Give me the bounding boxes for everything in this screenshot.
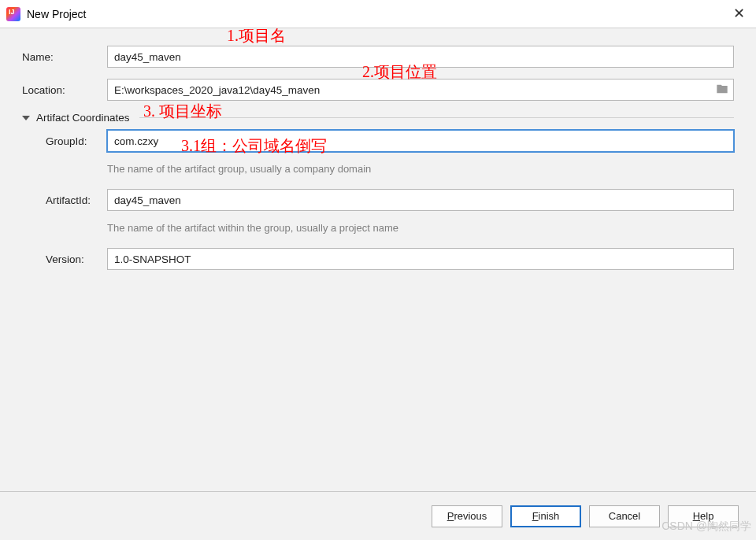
- close-icon[interactable]: ✕: [733, 5, 745, 22]
- window-title: New Project: [27, 8, 86, 20]
- dialog-content: Name: Location: Artifact Coordinates Gro…: [0, 28, 756, 270]
- location-label: Location:: [22, 84, 107, 96]
- version-label: Version:: [46, 253, 107, 265]
- artifactid-row: ArtifactId:: [46, 189, 734, 211]
- groupid-input[interactable]: [107, 130, 734, 152]
- version-row: Version:: [46, 248, 734, 270]
- artifact-section-title: Artifact Coordinates: [36, 112, 130, 124]
- intellij-icon: [6, 7, 20, 21]
- artifactid-label: ArtifactId:: [46, 194, 107, 206]
- annotation-1: 1.项目名: [227, 25, 286, 46]
- name-row: Name:: [22, 46, 734, 68]
- finish-button[interactable]: Finish: [510, 505, 581, 527]
- folder-icon[interactable]: [715, 83, 729, 95]
- name-input[interactable]: [107, 46, 734, 68]
- artifact-block: GroupId: The name of the artifact group,…: [22, 130, 734, 270]
- titlebar: New Project ✕: [0, 0, 756, 28]
- location-input-wrap: [107, 79, 734, 101]
- help-button[interactable]: Help: [668, 505, 739, 527]
- artifactid-hint: The name of the artifact within the grou…: [107, 222, 734, 234]
- chevron-down-icon: [22, 116, 30, 120]
- artifactid-input[interactable]: [107, 189, 734, 211]
- groupid-hint: The name of the artifact group, usually …: [107, 163, 734, 175]
- groupid-row: GroupId:: [46, 130, 734, 152]
- previous-button[interactable]: Previous: [432, 505, 502, 527]
- artifact-coordinates-toggle[interactable]: Artifact Coordinates: [22, 112, 734, 124]
- cancel-button[interactable]: Cancel: [589, 505, 660, 527]
- groupid-label: GroupId:: [46, 135, 107, 147]
- name-label: Name:: [22, 51, 107, 63]
- version-input[interactable]: [107, 248, 734, 270]
- location-input[interactable]: [107, 79, 734, 101]
- dialog-footer: Previous Finish Cancel Help: [0, 491, 756, 540]
- section-divider: [139, 117, 734, 118]
- location-row: Location:: [22, 79, 734, 101]
